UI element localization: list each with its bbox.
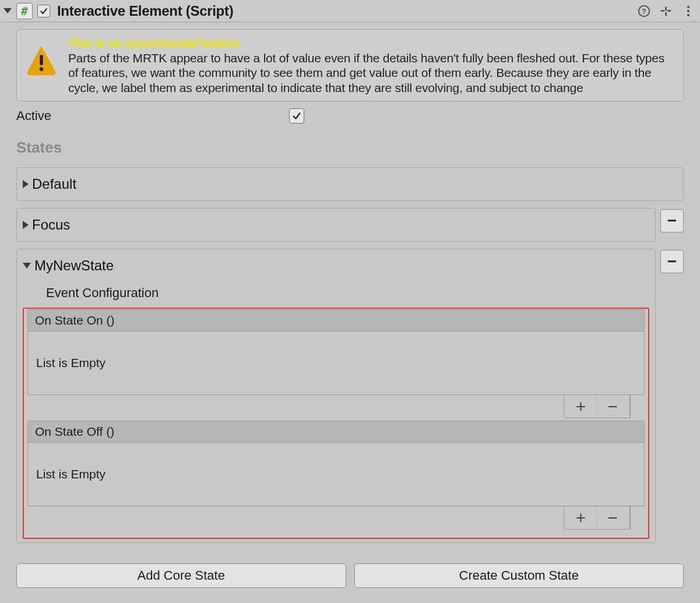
create-custom-state-button[interactable]: Create Custom State <box>354 563 684 588</box>
on-state-on-list: List is Empty <box>27 332 645 395</box>
svg-rect-2 <box>661 10 664 12</box>
on-state-off-list: List is Empty <box>27 443 645 506</box>
component-header: # Interactive Element (Script) ? <box>0 0 700 22</box>
svg-rect-5 <box>665 12 667 15</box>
on-state-on-header: On State On () <box>27 309 645 332</box>
foldout-toggle-mynewstate[interactable] <box>23 263 31 269</box>
on-state-off-remove-button[interactable]: − <box>597 506 628 529</box>
svg-text:?: ? <box>642 6 646 15</box>
event-config-highlight: On State On () List is Empty + − On Stat… <box>23 308 649 539</box>
on-state-off-block: On State Off () List is Empty + − <box>27 421 645 530</box>
script-icon: # <box>16 3 33 19</box>
on-state-on-remove-button[interactable]: − <box>597 395 628 418</box>
check-icon <box>39 6 48 16</box>
on-state-on-add-button[interactable]: + <box>565 395 597 418</box>
svg-rect-3 <box>665 6 667 10</box>
active-label: Active <box>16 108 289 124</box>
help-icon[interactable]: ? <box>637 4 651 18</box>
context-menu-icon[interactable] <box>681 4 695 18</box>
state-box-mynewstate: MyNewState Event Configuration On State … <box>16 249 656 543</box>
component-foldout-toggle[interactable] <box>3 8 12 13</box>
foldout-toggle-default[interactable] <box>23 180 29 188</box>
add-core-state-button[interactable]: Add Core State <box>16 563 346 588</box>
experimental-headline: This is an experimental feature. <box>68 36 675 51</box>
remove-state-focus-button[interactable]: − <box>660 209 684 232</box>
active-checkbox[interactable] <box>289 108 304 124</box>
on-state-on-block: On State On () List is Empty + − <box>27 309 645 418</box>
experimental-warning-box: This is an experimental feature. Parts o… <box>16 29 684 101</box>
svg-point-7 <box>40 68 43 71</box>
state-label-focus: Focus <box>32 217 70 233</box>
remove-state-mynewstate-button[interactable]: − <box>660 250 684 273</box>
state-label-default: Default <box>32 176 76 192</box>
state-label-mynewstate: MyNewState <box>34 258 114 274</box>
warning-icon <box>25 44 58 76</box>
experimental-body: Parts of the MRTK appear to have a lot o… <box>68 51 664 94</box>
component-title: Interactive Element (Script) <box>57 3 637 19</box>
state-box-focus: Focus <box>16 208 656 242</box>
event-configuration-label: Event Configuration <box>46 285 159 301</box>
on-state-off-header: On State Off () <box>27 421 645 443</box>
check-icon <box>291 111 302 121</box>
on-state-off-add-button[interactable]: + <box>565 506 597 529</box>
foldout-toggle-focus[interactable] <box>23 221 29 229</box>
state-box-default: Default <box>16 167 684 201</box>
svg-rect-6 <box>40 55 43 65</box>
svg-rect-4 <box>667 10 671 12</box>
states-header: States <box>16 139 684 157</box>
component-enabled-checkbox[interactable] <box>37 5 50 17</box>
preset-icon[interactable] <box>659 4 673 18</box>
